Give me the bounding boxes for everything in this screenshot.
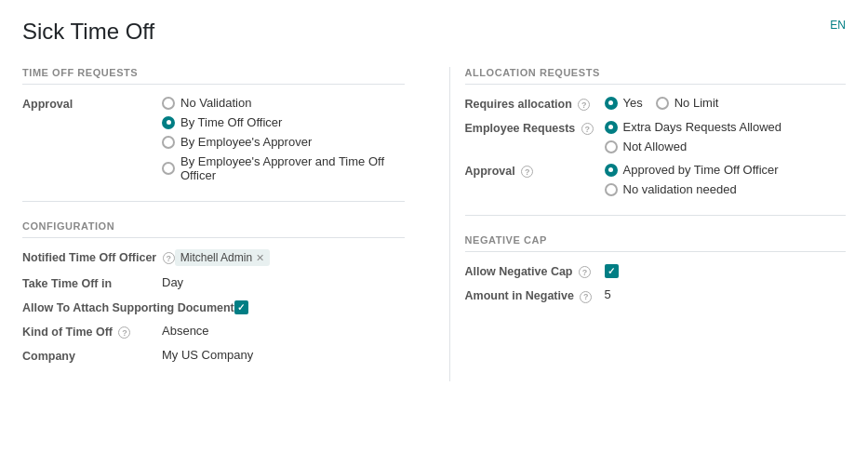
company-field: Company My US Company [22, 348, 405, 363]
company-value: My US Company [162, 348, 253, 362]
allow-attach-label: Allow To Attach Supporting Document [22, 300, 234, 314]
notified-officer-help-icon[interactable]: ? [163, 252, 175, 264]
radio-no-validation[interactable]: No Validation [162, 96, 405, 110]
kind-of-time-off-value: Absence [162, 324, 209, 338]
requires-allocation-help-icon[interactable]: ? [578, 99, 590, 111]
allow-attach-checkbox-icon [234, 300, 248, 314]
take-time-off-in-field: Take Time Off in Day [22, 275, 405, 290]
allocation-requests-section: ALLOCATION REQUESTS Requires allocation … [465, 67, 847, 196]
mitchell-admin-tag: Mitchell Admin ✕ [175, 249, 270, 266]
allocation-approval-options: Approved by Time Off Officer No validati… [605, 163, 779, 196]
employee-requests-help-icon[interactable]: ? [581, 123, 594, 135]
mitchell-admin-tag-close[interactable]: ✕ [256, 252, 264, 264]
radio-no-validation-circle [162, 97, 175, 110]
radio-by-employees-approver-label: By Employee's Approver [180, 135, 312, 149]
radio-yes[interactable]: Yes [605, 96, 643, 110]
left-column: TIME OFF REQUESTS Approval No Validation… [22, 67, 420, 381]
notified-officer-label: Notified Time Off Officer ? [22, 249, 175, 264]
approval-field: Approval No Validation By Time Off Offic… [22, 96, 405, 182]
radio-by-employees-approver-circle [162, 136, 175, 149]
requires-allocation-radio-group: Yes No Limit [605, 96, 719, 110]
radio-yes-label: Yes [623, 96, 643, 110]
employee-requests-field: Employee Requests ? Extra Days Requests … [465, 120, 847, 153]
radio-no-limit[interactable]: No Limit [656, 96, 719, 110]
company-label: Company [22, 348, 162, 363]
mitchell-admin-tag-label: Mitchell Admin [180, 251, 252, 264]
page-title: Sick Time Off [22, 19, 154, 45]
take-time-off-in-value: Day [162, 275, 183, 289]
right-divider [465, 215, 847, 216]
radio-extra-days-allowed[interactable]: Extra Days Requests Allowed [605, 120, 782, 134]
kind-of-time-off-help-icon[interactable]: ? [118, 326, 130, 339]
radio-not-allowed-label: Not Allowed [623, 140, 688, 153]
negative-cap-title: NEGATIVE CAP [465, 234, 847, 252]
time-off-requests-title: TIME OFF REQUESTS [22, 67, 405, 85]
radio-not-allowed[interactable]: Not Allowed [605, 140, 782, 153]
radio-approved-by-officer-circle [605, 164, 618, 177]
radio-no-limit-label: No Limit [674, 96, 719, 110]
page-header: Sick Time Off EN [22, 19, 846, 45]
time-off-requests-section: TIME OFF REQUESTS Approval No Validation… [22, 67, 405, 182]
approval-label: Approval [22, 96, 162, 182]
employee-requests-options: Extra Days Requests Allowed Not Allowed [605, 120, 782, 153]
requires-allocation-field: Requires allocation ? Yes No Limit [465, 96, 847, 111]
radio-extra-days-allowed-label: Extra Days Requests Allowed [623, 120, 782, 134]
negative-cap-section: NEGATIVE CAP Allow Negative Cap ? Amount… [465, 234, 847, 302]
amount-in-negative-field: Amount in Negative ? 5 [465, 287, 847, 302]
configuration-section: CONFIGURATION Notified Time Off Officer … [22, 220, 405, 363]
radio-no-limit-circle [656, 97, 669, 110]
employee-requests-label: Employee Requests ? [465, 120, 605, 153]
allocation-approval-help-icon[interactable]: ? [521, 166, 533, 178]
allow-negative-cap-field: Allow Negative Cap ? [465, 263, 847, 278]
radio-by-time-off-officer-circle [162, 116, 175, 129]
amount-in-negative-help-icon[interactable]: ? [580, 291, 592, 303]
configuration-title: CONFIGURATION [22, 220, 405, 238]
allow-negative-cap-label: Allow Negative Cap ? [465, 263, 605, 278]
radio-by-approver-and-officer-circle [162, 162, 175, 175]
radio-by-employees-approver[interactable]: By Employee's Approver [162, 135, 405, 149]
requires-allocation-options: Yes No Limit [605, 96, 719, 110]
main-layout: TIME OFF REQUESTS Approval No Validation… [22, 67, 846, 381]
take-time-off-in-label: Take Time Off in [22, 275, 162, 290]
radio-no-validation-label: No Validation [180, 96, 251, 110]
radio-by-approver-and-officer-label: By Employee's Approver and Time Off Offi… [180, 154, 405, 182]
radio-no-validation-needed-circle [605, 183, 618, 196]
notified-officer-field: Notified Time Off Officer ? Mitchell Adm… [22, 249, 405, 266]
allow-attach-field: Allow To Attach Supporting Document [22, 300, 405, 314]
allocation-requests-title: ALLOCATION REQUESTS [465, 67, 847, 85]
allocation-approval-field: Approval ? Approved by Time Off Officer … [465, 163, 847, 196]
amount-in-negative-value: 5 [605, 287, 611, 301]
radio-by-time-off-officer-label: By Time Off Officer [180, 115, 282, 129]
radio-extra-days-allowed-circle [605, 121, 618, 134]
radio-by-time-off-officer[interactable]: By Time Off Officer [162, 115, 405, 129]
allow-attach-checkbox[interactable] [234, 300, 248, 314]
allow-negative-cap-checkbox[interactable] [605, 263, 619, 278]
radio-not-allowed-circle [605, 140, 618, 153]
approval-options: No Validation By Time Off Officer By Emp… [162, 96, 405, 182]
radio-approved-by-officer[interactable]: Approved by Time Off Officer [605, 163, 779, 177]
kind-of-time-off-label: Kind of Time Off ? [22, 324, 162, 339]
radio-by-approver-and-officer[interactable]: By Employee's Approver and Time Off Offi… [162, 154, 405, 182]
allow-negative-cap-help-icon[interactable]: ? [579, 266, 591, 278]
radio-approved-by-officer-label: Approved by Time Off Officer [623, 163, 779, 177]
notified-officer-value: Mitchell Admin ✕ [175, 249, 270, 266]
left-divider [22, 201, 405, 202]
allow-negative-cap-checkbox-icon [605, 264, 619, 278]
radio-yes-circle [605, 97, 618, 110]
language-badge[interactable]: EN [830, 19, 846, 32]
amount-in-negative-label: Amount in Negative ? [465, 287, 605, 302]
kind-of-time-off-field: Kind of Time Off ? Absence [22, 324, 405, 339]
radio-no-validation-needed[interactable]: No validation needed [605, 182, 779, 196]
right-column: ALLOCATION REQUESTS Requires allocation … [449, 67, 847, 381]
requires-allocation-label: Requires allocation ? [465, 96, 605, 111]
radio-no-validation-needed-label: No validation needed [623, 182, 737, 196]
allocation-approval-label: Approval ? [465, 163, 605, 196]
